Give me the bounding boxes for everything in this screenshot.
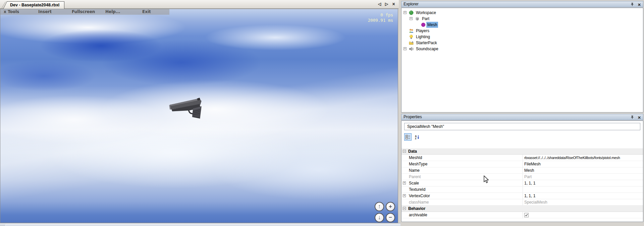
categorized-view-button[interactable] <box>404 133 412 141</box>
tab-scroll-right-icon[interactable]: ▷ <box>384 2 389 6</box>
alphabetical-sort-button[interactable]: AZ <box>414 133 421 141</box>
section-row-behavior[interactable]: − Behavior <box>401 206 643 212</box>
tree-item-soundscape[interactable]: + Soundscape <box>401 46 643 52</box>
mouse-cursor <box>484 175 490 184</box>
property-value: Part <box>524 174 642 180</box>
expand-toggle-icon[interactable]: + <box>403 194 406 197</box>
roblox-studio-window: Dev - Baseplate2048.rbxl ◁ ▷ × <box>0 0 644 226</box>
mesh-icon <box>421 22 426 27</box>
close-icon[interactable]: × <box>637 115 642 120</box>
tilt-up-button[interactable]: ↑ <box>375 202 384 211</box>
property-row-name[interactable]: Name Mesh <box>401 167 643 174</box>
selected-object-label[interactable]: SpecialMesh "Mesh" <box>404 123 640 130</box>
document-tab[interactable]: Dev - Baseplate2048.rbxl <box>7 1 64 9</box>
expand-toggle-icon[interactable]: + <box>404 47 407 50</box>
tab-close-icon[interactable]: × <box>391 1 396 7</box>
fps-value: 0 fps <box>368 12 393 18</box>
tree-item-lighting[interactable]: Lighting <box>401 34 643 40</box>
pin-icon[interactable] <box>630 115 635 120</box>
property-row-textureid[interactable]: TextureId <box>401 186 643 193</box>
archivable-checkbox[interactable] <box>524 213 529 217</box>
tab-scroll-left-icon[interactable]: ◁ <box>377 2 382 6</box>
property-row-meshtype[interactable]: MeshType FileMesh <box>401 161 643 167</box>
property-row-parent: Parent Part <box>401 174 643 180</box>
property-row-vertexcolor[interactable]: + VertexColor 1, 1, 1 <box>401 193 643 199</box>
dock-right: Explorer × + Workspace + <box>400 0 644 226</box>
tree-item-players[interactable]: Players <box>401 28 643 34</box>
explorer-tree: + Workspace + Part <box>401 8 643 112</box>
zoom-out-button[interactable]: − <box>386 213 395 222</box>
players-icon <box>409 28 414 33</box>
pistol-mesh[interactable] <box>167 94 212 122</box>
selected-tree-label[interactable]: Mesh <box>426 22 438 28</box>
collapse-toggle-icon[interactable]: − <box>403 207 406 210</box>
expand-toggle-icon[interactable]: + <box>404 11 407 14</box>
frame-time-value: 2009.91 ms <box>368 18 393 23</box>
properties-toolbar: AZ <box>404 133 421 141</box>
property-value[interactable]: rbxasset://../../../shareddata/RiseOfThe… <box>524 155 642 161</box>
explorer-header[interactable]: Explorer × <box>401 1 643 7</box>
menu-item-tools[interactable]: x Tools <box>4 9 19 14</box>
soundscape-icon <box>409 47 414 51</box>
workspace-globe-icon <box>409 10 414 15</box>
properties-title: Properties <box>404 115 422 119</box>
property-grid: − Data MeshId rbxasset://../../../shared… <box>401 148 643 222</box>
section-row-data[interactable]: − Data <box>401 148 643 155</box>
property-value[interactable]: 1, 1, 1 <box>524 193 642 199</box>
property-row-meshid[interactable]: MeshId rbxasset://../../../shareddata/Ri… <box>401 155 643 161</box>
property-row-archivable[interactable]: archivable <box>401 212 643 218</box>
tab-strip: Dev - Baseplate2048.rbxl ◁ ▷ × <box>0 0 399 9</box>
collapse-toggle-icon[interactable]: − <box>403 150 406 153</box>
menu-item-fullscreen[interactable]: Fullscreen <box>72 9 95 14</box>
tree-item-workspace[interactable]: + Workspace <box>401 10 643 16</box>
pin-icon[interactable] <box>630 2 635 7</box>
property-row-scale[interactable]: + Scale 1, 1, 1 <box>401 180 643 186</box>
game-menu-bar: x Tools Insert Fullscreen Help... Exit <box>0 9 169 15</box>
close-icon[interactable]: × <box>637 2 642 7</box>
menu-item-exit[interactable]: Exit <box>142 9 151 14</box>
property-value[interactable]: Mesh <box>524 167 642 173</box>
tree-item-part[interactable]: + Part <box>401 16 643 22</box>
explorer-title: Explorer <box>404 2 419 6</box>
property-value[interactable]: FileMesh <box>524 161 642 167</box>
tree-item-starterpack[interactable]: StarterPack <box>401 40 643 46</box>
tilt-down-button[interactable]: ↓ <box>375 213 384 222</box>
tree-item-mesh[interactable]: Mesh <box>401 22 643 28</box>
lighting-icon <box>409 34 414 39</box>
properties-header[interactable]: Properties × <box>401 114 643 120</box>
fps-overlay: 0 fps 2009.91 ms <box>368 12 393 23</box>
zoom-in-button[interactable]: + <box>386 202 395 211</box>
camera-nav-cluster: ↑ + ↓ − <box>375 202 396 223</box>
tab-title[interactable]: Dev - Baseplate2048.rbxl <box>7 1 64 9</box>
starterpack-icon <box>409 41 414 45</box>
property-value[interactable]: 1, 1, 1 <box>524 180 642 186</box>
menu-item-help[interactable]: Help... <box>105 9 120 14</box>
expand-toggle-icon[interactable]: + <box>403 181 406 184</box>
property-row-classname: className SpecialMesh <box>401 199 643 206</box>
svg-text:Z: Z <box>415 137 417 140</box>
game-viewport[interactable]: x Tools Insert Fullscreen Help... Exit 0… <box>0 9 398 223</box>
menu-item-insert[interactable]: Insert <box>38 9 52 14</box>
part-icon <box>415 16 420 21</box>
property-value: SpecialMesh <box>524 199 642 205</box>
explorer-tree-panel: + Workspace + Part <box>401 8 643 112</box>
expand-toggle-icon[interactable]: + <box>410 17 413 20</box>
properties-panel: SpecialMesh "Mesh" AZ − Data MeshId rbxa <box>401 121 643 222</box>
